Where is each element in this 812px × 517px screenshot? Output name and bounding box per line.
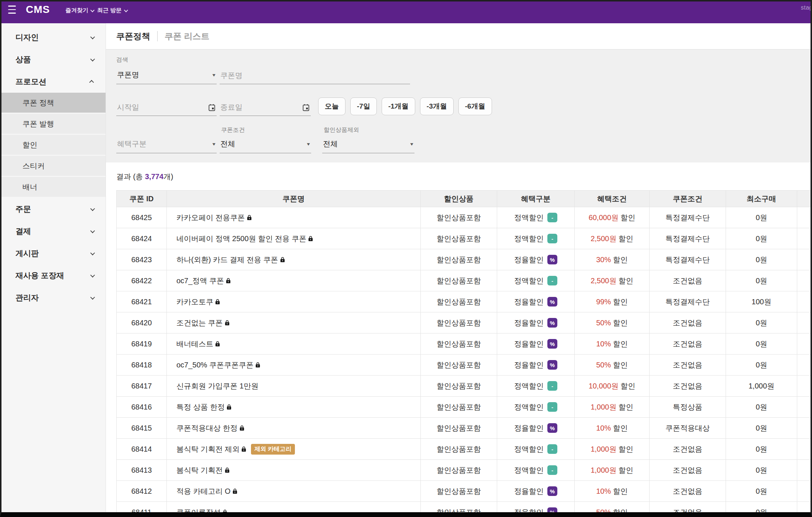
coupon-condition: 조건없음 xyxy=(650,376,726,397)
sidebar-item-결제[interactable]: 결제 xyxy=(1,220,106,242)
table-row[interactable]: 68419배너테스트할인상품포함정율할인%10% 할인조건없음0원 xyxy=(117,333,812,355)
discount-exclude-select[interactable]: 전체 ▼ xyxy=(322,139,414,153)
sidebar-subitem-배너[interactable]: 배너 xyxy=(1,177,106,198)
end-date-field[interactable] xyxy=(220,103,311,116)
calendar-icon[interactable] xyxy=(302,103,310,112)
sidebar-item-label: 디자인 xyxy=(16,32,39,42)
start-date-field[interactable] xyxy=(116,103,217,116)
quick-date-button[interactable]: -3개월 xyxy=(420,97,454,115)
benefit-type: 정율할인% xyxy=(497,333,575,355)
table-row[interactable]: 68414봄식탁 기획전 제외제외 카테고리할인상품포함정액할인-1,000원 … xyxy=(117,439,812,460)
percent-badge-icon: % xyxy=(547,360,557,370)
benefit-condition: 50% 할인 xyxy=(575,355,650,376)
benefit-type: 정액할인- xyxy=(497,376,575,397)
exclude-category-tag: 제외 카테고리 xyxy=(251,444,295,455)
end-date-input[interactable] xyxy=(220,103,302,112)
sidebar-item-label: 주문 xyxy=(16,204,31,214)
benefit-type: 정율할인% xyxy=(497,418,575,439)
benefit-type-label: 정율할인 xyxy=(514,423,544,433)
sidebar-item-상품[interactable]: 상품 xyxy=(1,48,106,71)
chevron-down-icon xyxy=(90,273,95,277)
calendar-icon[interactable] xyxy=(208,103,216,112)
table-row[interactable]: 68418oc7_50% 쿠폰쿠폰쿠폰할인상품포함정율할인%50% 할인조건없음… xyxy=(117,355,812,376)
sidebar-subitem-스티커[interactable]: 스티커 xyxy=(1,156,106,177)
quick-date-button[interactable]: -1개월 xyxy=(382,97,415,115)
sidebar-subitem-쿠폰 발행[interactable]: 쿠폰 발행 xyxy=(1,114,106,135)
table-row[interactable]: 68423하나(외환) 카드 결제 전용 쿠폰할인상품포함정율할인%30% 할인… xyxy=(117,249,812,270)
benefit-type: 정율할인% xyxy=(497,249,575,270)
benefit-value: 10% xyxy=(596,340,611,348)
coupon-name-text: 조건없는 쿠폰 xyxy=(176,319,223,327)
column-header-empty xyxy=(797,191,812,207)
column-header: 쿠폰조건 xyxy=(650,191,726,207)
extra-cell xyxy=(797,249,812,270)
extra-cell xyxy=(797,228,812,249)
sidebar-item-디자인[interactable]: 디자인 xyxy=(1,26,106,48)
start-date-input[interactable] xyxy=(117,103,208,112)
benefit-condition: 50% 할인 xyxy=(575,312,650,333)
coupon-condition-select[interactable]: 전체 ▼ xyxy=(220,139,311,153)
environment-label: stag xyxy=(801,4,812,11)
benefit-type: 정율할인% xyxy=(497,502,575,517)
discount-product: 할인상품포함 xyxy=(421,228,497,249)
table-row[interactable]: 68420조건없는 쿠폰할인상품포함정율할인%50% 할인조건없음0원 xyxy=(117,312,812,333)
sidebar-item-주문[interactable]: 주문 xyxy=(1,198,106,220)
min-purchase: 100원 xyxy=(726,291,797,312)
topbar-menu-recent[interactable]: 최근 방문 xyxy=(97,7,127,14)
table-row[interactable]: 68422oc7_정액 쿠폰할인상품포함정액할인-2,500원 할인조건없음0원 xyxy=(117,270,812,291)
table-row[interactable]: 68415쿠폰적용대상 한정할인상품포함정율할인%10% 할인쿠폰적용대상0원 xyxy=(117,418,812,439)
search-filter-panel: 검색 쿠폰명 ▼ xyxy=(106,49,812,162)
percent-badge-icon: % xyxy=(547,423,557,433)
coupon-condition: 쿠폰적용대상 xyxy=(650,418,726,439)
column-header: 쿠폰명 xyxy=(167,191,421,207)
benefit-type: 정액할인- xyxy=(497,228,575,249)
sidebar-item-재사용 포장재[interactable]: 재사용 포장재 xyxy=(1,264,106,287)
benefit-type: 정율할인% xyxy=(497,355,575,376)
benefit-value: 10% xyxy=(596,424,611,432)
coupon-condition: 조건없음 xyxy=(650,502,726,517)
sidebar-subitem-쿠폰 정책[interactable]: 쿠폰 정책 xyxy=(1,93,106,114)
benefit-type-label: 정율할인 xyxy=(514,255,544,265)
table-row[interactable]: 68421카카오토쿠할인상품포함정율할인%99% 할인특정결제수단100원 xyxy=(117,291,812,312)
coupon-condition: 특정결제수단 xyxy=(650,249,726,270)
chevron-down-icon xyxy=(90,295,95,299)
coupon-name: 카카오토쿠 xyxy=(167,291,421,312)
minus-badge-icon: - xyxy=(547,444,557,454)
sidebar-item-프로모션[interactable]: 프로모션 xyxy=(1,71,106,93)
benefit-type-wrap: 정액할인- xyxy=(514,276,557,286)
page-subtitle: 쿠폰 리스트 xyxy=(165,31,209,42)
sidebar-item-게시판[interactable]: 게시판 xyxy=(1,242,106,264)
benefit-type-label: 정율할인 xyxy=(514,339,544,349)
sidebar-item-label: 재사용 포장재 xyxy=(16,270,64,281)
extra-cell xyxy=(797,270,812,291)
brand-logo[interactable]: CMS xyxy=(26,4,50,15)
benefit-condition: 10% 할인 xyxy=(575,481,650,502)
table-row[interactable]: 68424네이버페이 정액 2500원 할인 전용 쿠폰할인상품포함정액할인-2… xyxy=(117,228,812,249)
sidebar-subitem-할인[interactable]: 할인 xyxy=(1,135,106,156)
discount-product: 할인상품포함 xyxy=(421,376,497,397)
quick-date-button[interactable]: -7일 xyxy=(350,97,377,115)
sidebar-item-관리자[interactable]: 관리자 xyxy=(1,287,106,309)
search-field-type-select[interactable]: 쿠폰명 ▼ xyxy=(116,70,217,84)
benefit-suffix: 할인 xyxy=(611,508,628,516)
topbar-menu-favorites[interactable]: 즐겨찾기 xyxy=(65,7,93,14)
discount-product: 할인상품포함 xyxy=(421,355,497,376)
table-row[interactable]: 68416특정 상품 한정할인상품포함정액할인-1,000원 할인특정상품0원 xyxy=(117,397,812,418)
minus-badge-icon: - xyxy=(547,276,557,285)
quick-date-button[interactable]: 오늘 xyxy=(318,97,345,115)
table-row[interactable]: 68413봄식탁 기획전할인상품포함정액할인-1,000원 할인조건없음0원 xyxy=(117,460,812,481)
table-row[interactable]: 68412적용 카테고리 O할인상품포함정율할인%10% 할인조건없음0원 xyxy=(117,481,812,502)
coupon-id: 68412 xyxy=(117,481,167,502)
keyword-input[interactable] xyxy=(220,71,409,80)
quick-date-button[interactable]: -6개월 xyxy=(458,97,492,115)
table-row[interactable]: 68417신규회원 가입쿠폰 1만원할인상품포함정액할인-10,000원 할인조… xyxy=(117,376,812,397)
table-row[interactable]: 68411쿠폰이름작성할인상품포함정율할인%50% 할인조건없음0원 xyxy=(117,502,812,517)
benefit-type-select[interactable]: 혜택구분 ▼ xyxy=(116,139,217,153)
minus-badge-icon: - xyxy=(547,213,557,222)
sidebar-subitem-label: 스티커 xyxy=(23,161,45,171)
sidebar-item-label: 결제 xyxy=(16,226,31,236)
benefit-type-wrap: 정율할인% xyxy=(514,255,557,265)
hamburger-menu-icon[interactable] xyxy=(8,6,18,14)
coupon-id: 68425 xyxy=(117,207,167,228)
table-row[interactable]: 68425카카오페이 전용쿠폰할인상품포함정액할인-60,000원 할인특정결제… xyxy=(117,207,812,228)
